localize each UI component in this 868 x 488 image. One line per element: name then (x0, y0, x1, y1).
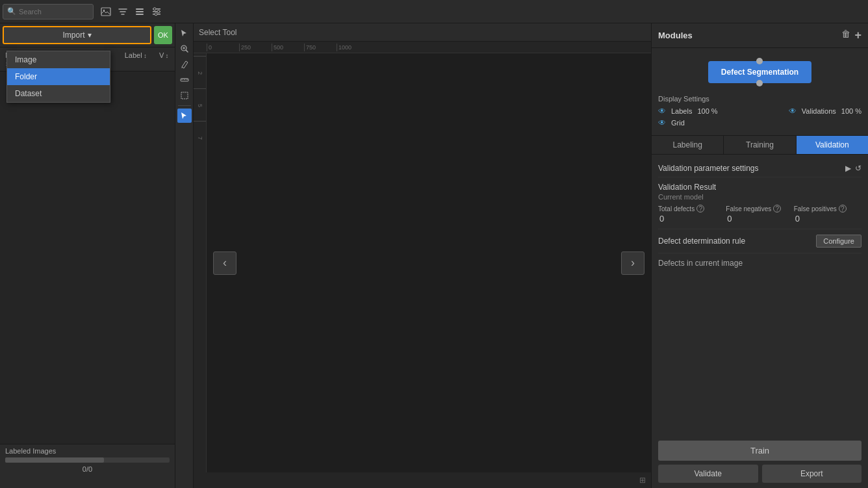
vr-false-positives-value: 0 (794, 214, 862, 224)
ruler-marks-h: 0 250 500 750 1000 (207, 44, 369, 51)
node-connector-bottom (756, 80, 763, 86)
svg-rect-13 (181, 92, 188, 99)
ruler-horizontal: 0 250 500 750 1000 (194, 42, 651, 53)
canvas-toolbar: Select Tool (194, 23, 651, 42)
arrow-right-icon[interactable]: ▶ (845, 164, 851, 173)
top-bar: 🔍 (0, 0, 868, 23)
vr-false-positives: False positives ? 0 (794, 205, 862, 224)
svg-rect-0 (101, 8, 110, 16)
labels-row: 👁 Labels 100 % 👁 Validations 100 % (658, 107, 862, 116)
ruler-vertical: 2 5 7 (194, 53, 207, 472)
tab-training[interactable]: Training (724, 136, 796, 154)
search-input[interactable] (19, 8, 89, 16)
total-defects-help-icon[interactable]: ? (696, 205, 704, 212)
ruler-v-mark-7: 7 (194, 121, 206, 153)
validation-result: Validation Result Current model Total de… (658, 177, 862, 229)
ruler-mark-0: 0 (207, 44, 239, 51)
left-panel: Import ▾ Image Folder Dataset OK No. Nam… (0, 23, 175, 488)
dropdown-item-folder[interactable]: Folder (7, 68, 110, 85)
divider (178, 105, 191, 106)
svg-point-9 (157, 10, 160, 12)
bottom-btn-row: Validate Export (658, 465, 862, 483)
col-v[interactable]: V (157, 50, 172, 68)
col-label[interactable]: Label (122, 50, 157, 68)
validations-label: Validations (802, 107, 836, 115)
dropdown-item-dataset[interactable]: Dataset (7, 85, 110, 102)
import-bar: Import ▾ Image Folder Dataset OK (0, 23, 175, 47)
svg-rect-2 (136, 8, 144, 10)
modules-header-icons: 🗑 + (841, 29, 862, 42)
import-dropdown-arrow: ▾ (88, 31, 92, 40)
bottom-buttons: Train Validate Export (652, 435, 868, 488)
ruler-tool[interactable] (177, 73, 192, 87)
defect-segmentation-label: Defect Segmentation (721, 68, 798, 77)
search-icon: 🔍 (7, 7, 16, 16)
image-icon[interactable] (99, 5, 113, 19)
ruler-mark-250: 250 (239, 44, 272, 51)
vr-metrics: Total defects ? 0 False negatives ? 0 (658, 205, 862, 224)
active-tool[interactable] (177, 109, 192, 123)
validation-param-label: Validation parameter settings (658, 164, 759, 173)
prev-image-arrow[interactable]: ‹ (213, 251, 236, 275)
delete-icon[interactable]: 🗑 (841, 29, 850, 42)
select-region-tool[interactable] (177, 88, 192, 103)
defect-rule-label: Defect determination rule (658, 237, 745, 246)
vr-total-defects-label: Total defects ? (658, 205, 726, 212)
import-label: Import (62, 31, 84, 40)
add-icon[interactable]: + (854, 29, 862, 42)
defect-segmentation-node[interactable]: Defect Segmentation (708, 61, 811, 83)
ok-button[interactable]: OK (154, 26, 172, 44)
labels-pct: 100 % (697, 107, 717, 115)
grid-icon: ⊞ (639, 476, 646, 485)
filter-icon[interactable] (116, 5, 130, 19)
grid-label: Grid (671, 119, 685, 127)
vr-false-negatives: False negatives ? 0 (726, 205, 793, 224)
main-layout: Import ▾ Image Folder Dataset OK No. Nam… (0, 23, 868, 488)
tab-validation[interactable]: Validation (797, 136, 868, 154)
progress-bar (5, 457, 170, 463)
search-box[interactable]: 🔍 (3, 4, 94, 19)
svg-point-8 (153, 7, 156, 10)
next-image-arrow[interactable]: › (621, 251, 645, 275)
labels-eye-icon[interactable]: 👁 (658, 107, 666, 116)
history-icon[interactable]: ↺ (855, 164, 862, 173)
select-tool-label: Select Tool (199, 28, 236, 37)
ruler-mark-500: 500 (272, 44, 304, 51)
display-settings: Display Settings 👁 Labels 100 % 👁 Valida… (652, 90, 868, 136)
canvas-body: 2 5 7 ‹ › (194, 53, 651, 472)
toolbar-icons (99, 5, 164, 19)
canvas-main[interactable]: ‹ › (207, 53, 651, 472)
defects-current-label: Defects in current image (658, 259, 743, 268)
grid-row: 👁 Grid (658, 118, 862, 127)
false-negatives-help-icon[interactable]: ? (773, 205, 781, 212)
ruler-v-mark-2: 2 (194, 56, 206, 88)
validate-button[interactable]: Validate (658, 465, 758, 483)
train-button[interactable]: Train (658, 441, 862, 461)
labels-label: Labels (671, 107, 692, 115)
right-panel: Modules 🗑 + Defect Segmentation Display … (651, 23, 868, 488)
list-icon[interactable] (133, 5, 147, 19)
center-area: Select Tool 0 250 500 750 1000 2 5 7 ‹ › (194, 23, 651, 488)
svg-rect-4 (136, 14, 144, 15)
param-settings-icons: ▶ ↺ (845, 164, 862, 173)
grid-eye-icon[interactable]: 👁 (658, 118, 666, 127)
false-positives-help-icon[interactable]: ? (839, 205, 847, 212)
configure-button[interactable]: Configure (816, 235, 862, 248)
pen-tool[interactable] (177, 57, 192, 71)
progress-bar-fill (5, 457, 104, 463)
zoom-tool[interactable] (177, 42, 192, 56)
settings-icon[interactable] (149, 5, 164, 19)
validations-eye-icon[interactable]: 👁 (789, 107, 797, 116)
dropdown-item-image[interactable]: Image (7, 51, 110, 68)
bottom-left-panel: Labeled Images 0/0 (0, 444, 175, 488)
display-settings-title: Display Settings (658, 95, 862, 103)
tool-strip (175, 23, 194, 488)
labeled-images-title: Labeled Images (5, 447, 170, 455)
defect-rule-row: Defect determination rule Configure (658, 229, 862, 253)
export-button[interactable]: Export (762, 465, 862, 483)
import-button[interactable]: Import ▾ Image Folder Dataset (3, 26, 151, 44)
tab-labeling[interactable]: Labeling (652, 136, 724, 154)
modules-title: Modules (658, 31, 693, 40)
cursor-tool[interactable] (177, 26, 192, 40)
vr-false-negatives-value: 0 (726, 214, 793, 224)
